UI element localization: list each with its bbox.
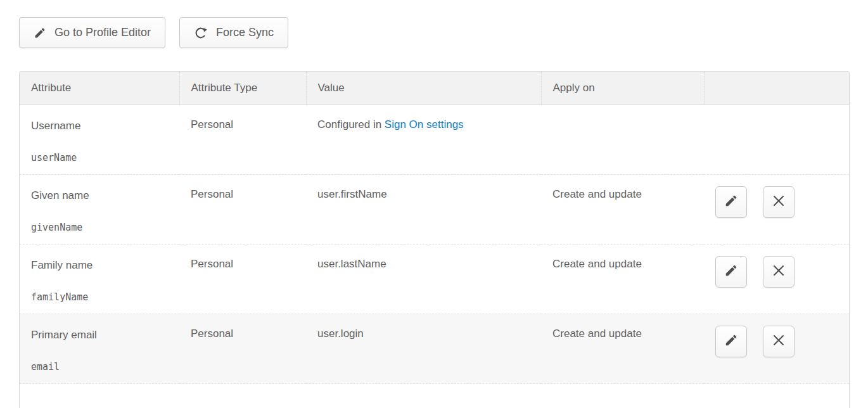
table-header: Attribute Attribute Type Value Apply on: [20, 72, 849, 105]
attribute-variable-name: familyName: [31, 290, 179, 304]
pencil-icon: [724, 333, 738, 349]
attribute-label: Given name: [31, 188, 179, 203]
column-header-actions: [704, 72, 849, 105]
pencil-icon: [724, 194, 738, 210]
attribute-mappings-page: Go to Profile Editor Force Sync Attribut…: [0, 17, 868, 408]
edit-attribute-button[interactable]: [715, 256, 747, 288]
delete-attribute-button[interactable]: [763, 326, 795, 357]
go-to-profile-editor-label: Go to Profile Editor: [54, 26, 151, 39]
attribute-type-cell: Personal: [179, 174, 306, 244]
column-header-attribute: Attribute: [20, 72, 179, 105]
actions-cell: [704, 174, 849, 244]
apply-on-cell: [541, 105, 704, 174]
delete-attribute-button[interactable]: [763, 256, 795, 288]
attribute-variable-name: givenName: [31, 220, 179, 234]
table-row: Family name familyName Personal user.las…: [20, 244, 849, 314]
column-header-value: Value: [306, 72, 541, 105]
pencil-icon: [724, 264, 738, 279]
attribute-cell: Given name givenName: [20, 174, 179, 244]
attribute-cell: Username userName: [20, 105, 179, 174]
apply-on-cell: Create and update: [541, 174, 704, 244]
edit-attribute-button[interactable]: [715, 186, 747, 218]
table-row: Username userName Personal Configured in…: [20, 105, 849, 174]
attribute-type-cell: Personal: [179, 314, 306, 383]
apply-on-cell: Create and update: [541, 314, 704, 383]
value-text: Configured in: [317, 118, 385, 131]
table-row: [20, 383, 849, 408]
sign-on-settings-link[interactable]: Sign On settings: [385, 118, 464, 131]
attribute-cell: Primary email email: [20, 314, 179, 383]
table-row: Given name givenName Personal user.first…: [20, 174, 849, 244]
attribute-variable-name: userName: [31, 151, 179, 165]
attribute-variable-name: email: [31, 360, 179, 374]
value-cell: user.login: [306, 314, 541, 383]
toolbar: Go to Profile Editor Force Sync: [19, 17, 868, 48]
actions-cell: [704, 244, 849, 314]
attribute-type-cell: Personal: [179, 244, 306, 314]
actions-cell: [704, 105, 849, 174]
pencil-icon: [34, 27, 46, 39]
refresh-icon: [194, 26, 208, 40]
force-sync-button[interactable]: Force Sync: [179, 17, 288, 48]
attribute-label: Family name: [31, 258, 179, 273]
attribute-label: Username: [31, 118, 179, 134]
attribute-type-cell: Personal: [179, 105, 306, 174]
close-icon: [772, 264, 785, 279]
table-row: Primary email email Personal user.login …: [20, 314, 849, 383]
attribute-mapping-table: Attribute Attribute Type Value Apply on …: [19, 71, 850, 408]
delete-attribute-button[interactable]: [763, 186, 795, 218]
value-cell: user.firstName: [306, 174, 541, 244]
actions-cell: [704, 314, 849, 383]
attribute-cell: Family name familyName: [20, 244, 179, 314]
column-header-attribute-type: Attribute Type: [179, 72, 306, 105]
force-sync-label: Force Sync: [216, 26, 274, 39]
edit-attribute-button[interactable]: [715, 326, 747, 357]
value-cell: user.lastName: [306, 244, 541, 314]
close-icon: [772, 194, 785, 209]
apply-on-cell: Create and update: [541, 244, 704, 314]
attribute-label: Primary email: [31, 328, 179, 343]
go-to-profile-editor-button[interactable]: Go to Profile Editor: [19, 17, 165, 48]
column-header-apply-on: Apply on: [541, 72, 704, 105]
value-cell: Configured in Sign On settings: [306, 105, 541, 174]
close-icon: [772, 334, 785, 348]
